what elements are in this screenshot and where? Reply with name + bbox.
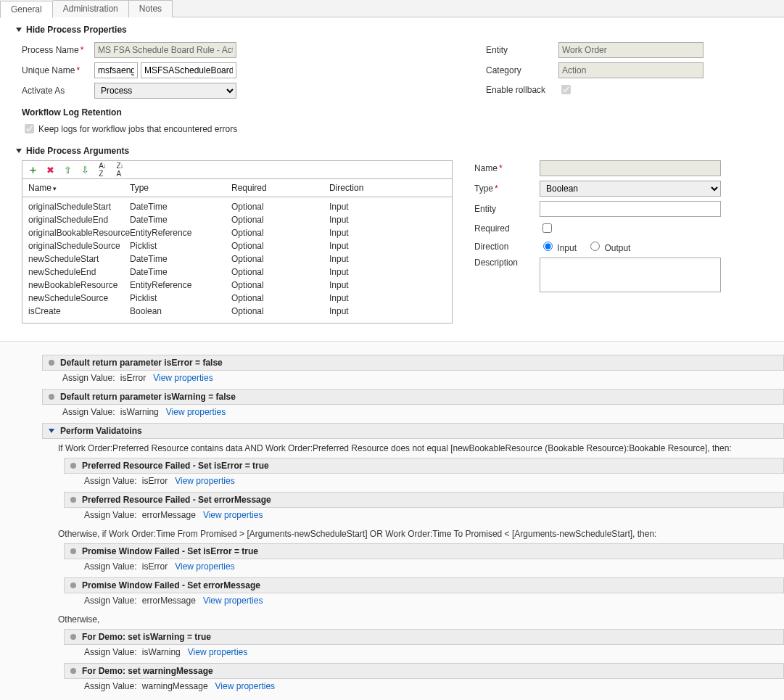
table-row[interactable]: originalScheduleEndDateTimeOptionalInput (22, 213, 452, 226)
table-row[interactable]: originalScheduleStartDateTimeOptionalInp… (22, 200, 452, 213)
cell-type: DateTime (130, 267, 231, 277)
step-title: Default return parameter isWarning = fal… (60, 392, 236, 402)
label-activate-as: Activate As (22, 86, 94, 96)
step-header[interactable]: Default return parameter isError = false (42, 355, 784, 371)
cell-direction: Input (329, 280, 446, 290)
step-bullet-icon (70, 634, 76, 640)
table-row[interactable]: newScheduleEndDateTimeOptionalInput (22, 265, 452, 279)
tab-notes[interactable]: Notes (129, 0, 173, 17)
sort-az-icon: A↓Z (99, 162, 106, 178)
section-title-arguments: Hide Process Arguments (26, 146, 129, 156)
table-row[interactable]: isCreateBooleanOptionalInput (22, 305, 452, 318)
unique-name-prefix-input[interactable] (94, 62, 138, 78)
unique-name-input[interactable] (141, 62, 236, 78)
col-header-type[interactable]: Type (130, 183, 231, 193)
assign-variable: warningMessage (142, 681, 208, 691)
delete-icon: ✖ (46, 165, 54, 176)
cell-direction: Input (329, 254, 446, 264)
cell-name: newScheduleSource (28, 293, 130, 303)
condition-text: Otherwise, (17, 612, 784, 629)
arg-type-select[interactable]: Boolean (540, 181, 721, 197)
caret-down-icon (16, 28, 22, 32)
assign-variable: errorMessage (142, 596, 196, 606)
step-header[interactable]: Preferred Resource Failed - Set errorMes… (64, 492, 784, 508)
step-header[interactable]: Perform Validatoins (42, 423, 784, 439)
step-header[interactable]: Promise Window Failed - Set errorMessage (64, 577, 784, 593)
view-properties-link[interactable]: View properties (166, 407, 226, 417)
sort-az-button[interactable]: A↓Z (96, 164, 108, 176)
step-title: Default return parameter isError = false (60, 358, 223, 368)
add-argument-button[interactable]: ＋ (27, 164, 38, 176)
step-header[interactable]: Promise Window Failed - Set isError = tr… (64, 543, 784, 559)
step-header[interactable]: For Demo: set isWarning = true (64, 629, 784, 645)
assign-value-label: Assign Value: (84, 510, 137, 520)
view-properties-link[interactable]: View properties (188, 647, 248, 657)
view-properties-link[interactable]: View properties (175, 476, 235, 486)
category-input[interactable] (558, 62, 703, 78)
move-down-button[interactable]: ⇩ (79, 164, 91, 176)
sort-caret-icon: ▾ (53, 185, 57, 192)
workflow-steps: Default return parameter isError = false… (0, 341, 784, 700)
sort-za-button[interactable]: Z↓A (114, 164, 125, 176)
step-title: Perform Validatoins (60, 426, 142, 436)
label-arg-entity: Entity (474, 204, 540, 214)
activate-as-select[interactable]: Process (94, 83, 236, 99)
table-row[interactable]: newScheduleSourcePicklistOptionalInput (22, 292, 452, 305)
assign-variable: isError (142, 476, 168, 486)
view-properties-link[interactable]: View properties (203, 510, 263, 520)
table-row[interactable]: newScheduleStartDateTimeOptionalInput (22, 252, 452, 265)
table-row[interactable]: newBookableResourceEntityReferenceOption… (22, 279, 452, 292)
cell-type: DateTime (130, 215, 231, 225)
arguments-grid[interactable]: originalScheduleStartDateTimeOptionalInp… (22, 197, 453, 324)
enable-rollback-checkbox[interactable] (561, 85, 571, 94)
direction-input-radio[interactable] (543, 242, 553, 251)
tab-administration[interactable]: Administration (53, 0, 129, 17)
condition-text: If Work Order:Preferred Resource contain… (17, 440, 784, 458)
caret-down-icon (16, 149, 22, 153)
condition-text: Otherwise, if Work Order:Time From Promi… (17, 526, 784, 543)
delete-argument-button[interactable]: ✖ (44, 164, 56, 176)
assign-value-label: Assign Value: (62, 407, 115, 417)
section-toggle-arguments[interactable]: Hide Process Arguments (0, 139, 784, 160)
label-enable-rollback: Enable rollback (486, 85, 558, 95)
cell-type: EntityReference (130, 228, 231, 238)
keep-logs-checkbox[interactable] (25, 124, 34, 133)
tab-general[interactable]: General (0, 1, 53, 18)
section-toggle-properties[interactable]: Hide Process Properties (0, 17, 784, 39)
step-bullet-icon (70, 497, 76, 503)
cell-direction: Input (329, 267, 446, 277)
col-header-name[interactable]: Name (28, 183, 51, 193)
arg-required-checkbox[interactable] (542, 223, 552, 233)
arguments-toolbar: ＋ ✖ ⇧ ⇩ A↓Z Z↓A (22, 160, 453, 179)
view-properties-link[interactable]: View properties (215, 681, 276, 691)
assign-variable: isError (142, 561, 168, 572)
view-properties-link[interactable]: View properties (203, 596, 263, 606)
view-properties-link[interactable]: View properties (175, 561, 235, 572)
cell-type: DateTime (130, 254, 231, 264)
arg-name-input[interactable] (540, 160, 721, 176)
table-row[interactable]: originalScheduleSourcePicklistOptionalIn… (22, 239, 452, 252)
cell-type: DateTime (130, 202, 231, 212)
arg-description-input[interactable] (540, 258, 721, 292)
cell-type: Picklist (130, 293, 231, 303)
label-entity: Entity (486, 45, 558, 55)
cell-required: Optional (231, 241, 329, 251)
step-header[interactable]: For Demo: set warningMessage (64, 663, 784, 679)
label-process-name: Process Name (22, 45, 79, 55)
move-up-button[interactable]: ⇧ (62, 164, 73, 176)
direction-output-radio[interactable] (590, 242, 600, 251)
label-wf-log-retention: Workflow Log Retention (22, 103, 457, 120)
table-row[interactable]: originalBookableResourceEntityReferenceO… (22, 226, 452, 239)
entity-input[interactable] (558, 42, 703, 58)
col-header-direction[interactable]: Direction (329, 183, 446, 193)
step-bullet-icon (49, 394, 54, 400)
step-header[interactable]: Default return parameter isWarning = fal… (42, 389, 784, 405)
cell-direction: Input (329, 293, 446, 303)
step-header[interactable]: Preferred Resource Failed - Set isError … (64, 458, 784, 474)
view-properties-link[interactable]: View properties (153, 373, 213, 383)
assign-variable: isWarning (120, 407, 159, 417)
col-header-required[interactable]: Required (231, 183, 329, 193)
process-name-input[interactable] (94, 42, 236, 58)
step-title: Promise Window Failed - Set errorMessage (82, 580, 260, 590)
arg-entity-input[interactable] (540, 201, 721, 217)
